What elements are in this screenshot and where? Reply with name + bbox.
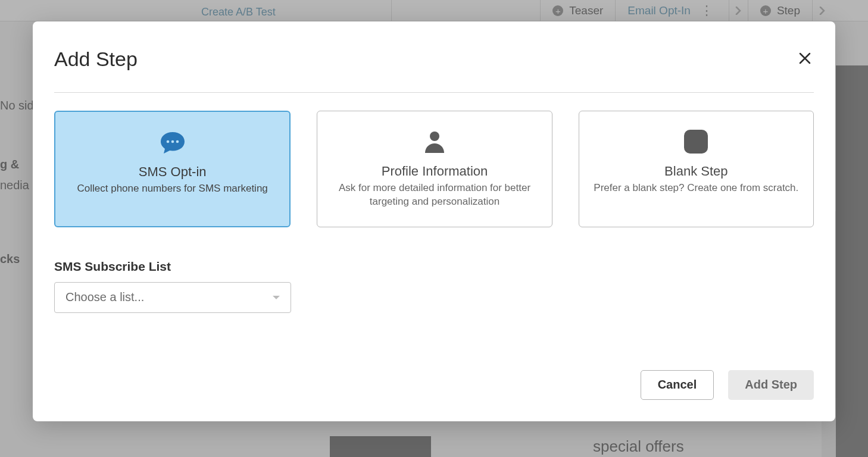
close-button[interactable] <box>796 49 814 70</box>
option-profile-desc: Ask for more detailed information for be… <box>332 181 537 209</box>
svg-rect-4 <box>684 130 708 154</box>
svg-point-0 <box>166 140 169 143</box>
speech-bubble-icon <box>158 129 187 156</box>
option-sms-optin[interactable]: SMS Opt-in Collect phone numbers for SMS… <box>54 111 291 227</box>
close-icon <box>798 52 811 65</box>
sms-subscribe-dropdown[interactable]: Choose a list... <box>54 282 291 313</box>
svg-point-2 <box>176 140 179 143</box>
chevron-down-icon <box>273 296 280 299</box>
modal-title: Add Step <box>54 48 138 71</box>
sms-subscribe-section: SMS Subscribe List Choose a list... <box>54 259 814 313</box>
option-sms-desc: Collect phone numbers for SMS marketing <box>77 182 268 196</box>
svg-point-3 <box>430 132 439 141</box>
cancel-button[interactable]: Cancel <box>641 370 714 400</box>
option-blank-step[interactable]: Blank Step Prefer a blank step? Create o… <box>579 111 814 227</box>
option-blank-title: Blank Step <box>664 164 728 179</box>
step-type-options: SMS Opt-in Collect phone numbers for SMS… <box>54 111 814 227</box>
person-icon <box>423 128 447 155</box>
modal-header: Add Step <box>54 48 814 93</box>
option-blank-desc: Prefer a blank step? Create one from scr… <box>594 181 798 195</box>
svg-point-1 <box>171 140 174 143</box>
option-profile-title: Profile Information <box>382 164 488 179</box>
option-profile-info[interactable]: Profile Information Ask for more detaile… <box>317 111 552 227</box>
modal-footer: Cancel Add Step <box>54 370 814 400</box>
option-sms-title: SMS Opt-in <box>139 164 207 180</box>
dropdown-placeholder: Choose a list... <box>65 290 144 304</box>
add-step-button[interactable]: Add Step <box>728 370 814 400</box>
blank-square-icon <box>683 128 709 155</box>
sms-subscribe-label: SMS Subscribe List <box>54 259 814 274</box>
add-step-modal: Add Step SMS Opt-in Collect phone number… <box>33 21 835 421</box>
